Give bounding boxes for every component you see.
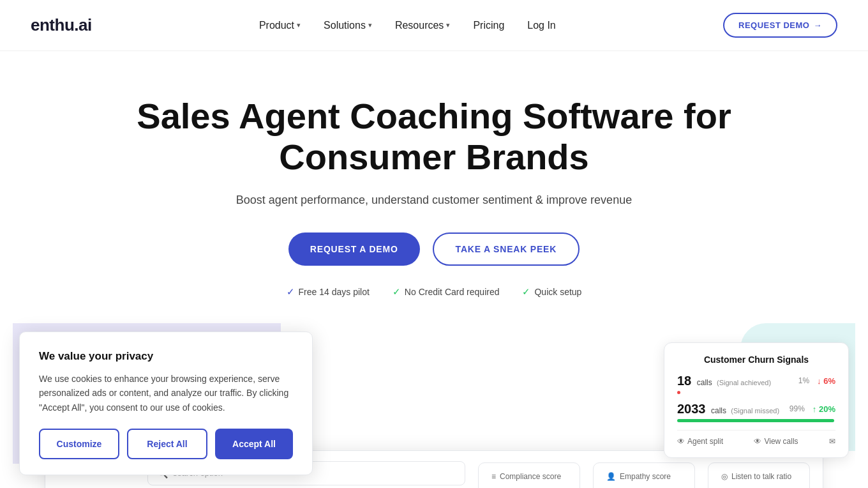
nav-link-resources[interactable]: Resources ▾	[395, 20, 450, 31]
listen-label: ◎ Listen to talk ratio	[721, 472, 797, 481]
nav-item-pricing[interactable]: Pricing	[473, 20, 504, 31]
navbar: enthu.ai Product ▾ Solutions ▾ Resources…	[0, 0, 868, 51]
churn-title: Customer Churn Signals	[677, 355, 835, 365]
compliance-icon: ≡	[491, 472, 496, 481]
eye-icon: 👁	[677, 437, 685, 446]
listen-icon: ◎	[721, 472, 728, 481]
nav-link-login[interactable]: Log In	[527, 20, 555, 31]
feature-pilot: ✓ Free 14 days pilot	[287, 286, 370, 298]
cookie-banner: We value your privacy We use cookies to …	[19, 332, 313, 475]
cookie-text: We use cookies to enhance your browsing …	[39, 372, 293, 415]
churn-delta-1: ↓ 6%	[817, 376, 835, 386]
hero-headline: Sales Agent Coaching Software for Consum…	[115, 96, 753, 178]
hero-buttons: REQUEST A DEMO TAKE A SNEAK PEEK	[13, 233, 855, 266]
nav-item-product[interactable]: Product ▾	[259, 20, 301, 31]
empathy-label: 👤 Empathy score	[606, 472, 682, 481]
churn-bar-1	[677, 391, 680, 394]
reject-all-button[interactable]: Reject All	[127, 429, 207, 459]
chevron-down-icon: ▾	[446, 21, 450, 29]
listen-value: 35%	[721, 485, 797, 488]
sneak-peek-button[interactable]: TAKE A SNEAK PEEK	[433, 233, 580, 266]
accept-all-button[interactable]: Accept All	[215, 429, 293, 459]
churn-footer: 👁 Agent split 👁 View calls ✉	[677, 430, 835, 446]
feature-no-card: ✓ No Credit Card required	[393, 286, 500, 298]
request-demo-button[interactable]: REQUEST DEMO →	[723, 13, 837, 38]
nav-item-login[interactable]: Log In	[527, 20, 555, 31]
hero-features: ✓ Free 14 days pilot ✓ No Credit Card re…	[13, 286, 855, 298]
compliance-value: 79%	[491, 485, 567, 488]
empathy-icon: 👤	[606, 472, 616, 481]
compliance-label: ≡ Compliance score	[491, 472, 567, 481]
churn-bar-2	[677, 419, 834, 422]
churn-row-2: 2033 calls (Signal missed) 99% ↑ 20%	[677, 402, 835, 422]
check-icon: ✓	[522, 286, 530, 298]
empathy-score-card: 👤 Empathy score 6	[593, 462, 695, 488]
logo[interactable]: enthu.ai	[31, 15, 92, 35]
mail-icon: ✉	[829, 437, 835, 446]
overall-score: 88%	[58, 484, 135, 488]
churn-row-1: 18 calls (Signal achieved) 1% ↓ 6%	[677, 374, 835, 394]
nav-item-solutions[interactable]: Solutions ▾	[324, 20, 372, 31]
nav-link-solutions[interactable]: Solutions ▾	[324, 20, 372, 31]
customize-button[interactable]: Customize	[39, 429, 119, 459]
chevron-down-icon: ▾	[297, 21, 301, 29]
cookie-title: We value your privacy	[39, 350, 293, 363]
compliance-score-card: ≡ Compliance score 79%	[478, 462, 580, 488]
mail-icon-link[interactable]: ✉	[829, 437, 835, 446]
eye-icon-2: 👁	[754, 437, 761, 446]
check-icon: ✓	[393, 286, 401, 298]
churn-signals-card: Customer Churn Signals 18 calls (Signal …	[664, 342, 849, 458]
churn-delta-2: ↑ 20%	[812, 404, 835, 414]
agent-split-link[interactable]: 👁 Agent split	[677, 437, 723, 446]
nav-links: Product ▾ Solutions ▾ Resources ▾ Pricin…	[259, 20, 556, 31]
hero-subtext: Boost agent performance, understand cust…	[13, 194, 855, 207]
churn-row2-info: 2033 calls (Signal missed)	[677, 402, 779, 416]
nav-link-pricing[interactable]: Pricing	[473, 20, 504, 31]
arrow-icon: →	[813, 20, 822, 30]
chevron-down-icon: ▾	[368, 21, 372, 29]
empathy-value: 6	[606, 485, 682, 488]
request-demo-hero-button[interactable]: REQUEST A DEMO	[288, 233, 420, 266]
nav-link-product[interactable]: Product ▾	[259, 20, 301, 31]
nav-item-resources[interactable]: Resources ▾	[395, 20, 450, 31]
cookie-buttons: Customize Reject All Accept All	[39, 429, 293, 459]
view-calls-link[interactable]: 👁 View calls	[754, 437, 798, 446]
feature-setup: ✓ Quick setup	[522, 286, 581, 298]
check-icon: ✓	[287, 286, 295, 298]
churn-row1-info: 18 calls (Signal achieved)	[677, 374, 771, 388]
listen-ratio-card: ◎ Listen to talk ratio 35%	[708, 462, 810, 488]
